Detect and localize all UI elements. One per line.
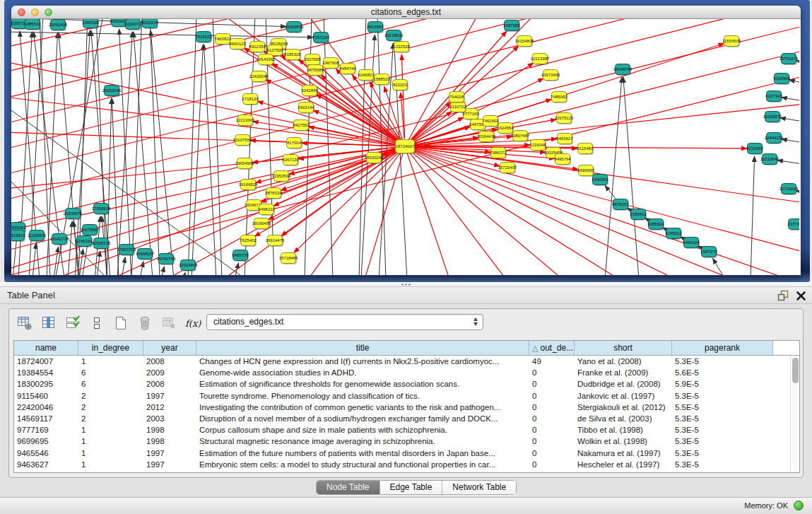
close-panel-icon[interactable] — [796, 291, 806, 301]
cell-year[interactable]: 2008 — [143, 378, 196, 390]
column-visibility-icon[interactable] — [39, 314, 58, 333]
column-header-name[interactable]: name — [14, 341, 78, 355]
network-node[interactable]: 12093872 — [763, 112, 782, 124]
network-node[interactable]: 9875685 — [307, 65, 324, 77]
memory-ok-indicator[interactable] — [794, 501, 804, 510]
network-node[interactable]: 10973493 — [541, 70, 560, 82]
cell-in_degree[interactable]: 1 — [78, 459, 143, 470]
citation-edge-black[interactable] — [68, 221, 72, 275]
create-column-icon[interactable] — [111, 314, 130, 333]
network-node[interactable]: 9465779 — [232, 250, 249, 262]
citation-edge-black[interactable] — [605, 185, 616, 198]
network-node[interactable]: 3913919 — [11, 230, 25, 243]
table-scrollbar[interactable] — [790, 356, 799, 473]
table-mode-icon[interactable] — [15, 314, 34, 333]
column-header-year[interactable]: year — [143, 341, 196, 355]
cell-name[interactable]: 9777169 — [14, 424, 78, 436]
citation-edge-black[interactable] — [789, 80, 799, 86]
citation-edge-black[interactable] — [140, 262, 143, 275]
rows-icon[interactable] — [87, 314, 106, 333]
network-node[interactable]: 7625402 — [240, 235, 257, 247]
cell-out_degree[interactable]: 0 — [529, 402, 575, 413]
cell-name[interactable]: 9463627 — [14, 459, 78, 470]
network-node[interactable]: 19218506 — [384, 30, 404, 42]
citation-edge-black[interactable] — [131, 19, 142, 275]
cell-name[interactable]: 9465546 — [14, 448, 78, 459]
cell-title[interactable]: Estimation of the future numbers of pati… — [196, 448, 529, 459]
citation-edge-black[interactable] — [54, 247, 58, 275]
network-node[interactable]: 12975125 — [555, 113, 574, 125]
network-node[interactable]: 7463822 — [214, 34, 231, 46]
network-node[interactable]: 1687273 — [700, 247, 717, 259]
citation-edge-red[interactable] — [413, 136, 512, 146]
citation-edge-red[interactable] — [405, 146, 506, 275]
cell-title[interactable]: Embryonic stem cells: a model to study s… — [196, 459, 529, 470]
citation-edge-black[interactable] — [780, 118, 799, 124]
cell-name[interactable]: 19384554 — [14, 367, 78, 378]
network-node[interactable]: 7986372 — [490, 148, 507, 160]
cell-title[interactable]: Disruption of a novel member of a sodium… — [196, 413, 529, 424]
network-node[interactable]: 12353594 — [272, 171, 291, 183]
network-node[interactable]: 11554509 — [722, 36, 741, 48]
network-node[interactable]: 19654985 — [235, 158, 254, 170]
network-node[interactable]: 17359928 — [92, 204, 111, 216]
table-row[interactable]: 2242004622012Investigating the contribut… — [14, 402, 799, 413]
cell-year[interactable]: 1998 — [143, 436, 196, 447]
network-node[interactable]: 9660123 — [229, 39, 246, 51]
table-row[interactable]: 1830029562008Estimation of significance … — [14, 378, 799, 390]
cell-title[interactable]: Corpus callosum shape and size in male p… — [196, 424, 529, 436]
citation-edge-black[interactable] — [751, 156, 755, 275]
cell-year[interactable]: 2003 — [143, 413, 196, 424]
citation-edge-black[interactable] — [188, 19, 196, 275]
network-node[interactable]: 9450124 — [683, 238, 700, 250]
cell-in_degree[interactable]: 1 — [78, 448, 143, 459]
table-scrollbar-thumb[interactable] — [792, 358, 799, 383]
network-node[interactable]: 794028 — [449, 92, 466, 104]
network-view-window[interactable]: citations_edges.txt 18724007746382296601… — [11, 6, 801, 276]
network-node[interactable]: 1377010 — [787, 219, 799, 231]
cell-in_degree[interactable]: 1 — [78, 436, 143, 447]
cell-out_degree[interactable]: 0 — [529, 367, 575, 378]
cell-short[interactable]: Stergiakouli et al. (2012) — [575, 402, 672, 413]
network-node[interactable]: 16958107 — [136, 249, 155, 261]
network-node[interactable]: 8454749 — [339, 64, 356, 76]
splitter-grip-icon[interactable] — [401, 284, 411, 286]
cell-name[interactable]: 22420046 — [14, 402, 78, 413]
cell-short[interactable]: Franke et al. (2009) — [575, 367, 672, 378]
network-node[interactable]: 20353346 — [102, 86, 122, 98]
network-node[interactable]: 19166829 — [239, 180, 258, 192]
cell-pagerank[interactable]: 5.3E-5 — [672, 424, 773, 436]
cell-out_degree[interactable]: 49 — [529, 356, 575, 367]
network-node[interactable]: 20364436 — [477, 132, 496, 144]
attribute-table[interactable]: namein_degreeyeartitle△out_de...shortpag… — [13, 340, 800, 473]
tab-network-table[interactable]: Network Table — [442, 481, 516, 494]
table-row[interactable]: 1456911722003Disruption of a novel membe… — [14, 413, 799, 424]
network-node[interactable]: 10107554 — [233, 135, 252, 147]
network-node[interactable]: 9150812 — [630, 209, 647, 221]
cell-pagerank[interactable]: 5.3E-5 — [672, 459, 773, 470]
table-row[interactable]: 1938455462009Genome-wide association stu… — [14, 367, 799, 378]
close-window-button[interactable] — [18, 8, 25, 16]
network-node[interactable]: 20691406 — [49, 20, 68, 32]
network-node[interactable]: 1055328 — [82, 19, 99, 29]
cell-name[interactable]: 9115460 — [14, 390, 78, 402]
cell-in_degree[interactable]: 2 — [78, 402, 143, 413]
network-node[interactable]: 12923468 — [179, 260, 198, 272]
cell-year[interactable]: 2009 — [143, 367, 196, 378]
cell-pagerank[interactable]: 5.3E-5 — [672, 356, 773, 367]
cell-in_degree[interactable]: 6 — [78, 367, 143, 378]
cell-out_degree[interactable]: 0 — [529, 436, 575, 447]
network-node[interactable]: 12444154 — [765, 133, 784, 145]
network-node[interactable]: 16099489 — [252, 218, 271, 230]
network-node[interactable]: 2718120 — [242, 94, 259, 106]
cell-pagerank[interactable]: 5.3E-5 — [672, 413, 773, 424]
network-node[interactable]: 8215955 — [746, 144, 763, 156]
network-node[interactable]: 9329966 — [773, 74, 790, 86]
citation-edge-red[interactable] — [411, 103, 451, 141]
network-node[interactable]: 9699695 — [577, 165, 594, 177]
network-node[interactable]: 20206576 — [64, 209, 83, 221]
network-node[interactable]: 1588520 — [373, 74, 390, 86]
tab-edge-table[interactable]: Edge Table — [380, 481, 443, 494]
cell-name[interactable]: 18724007 — [14, 356, 78, 367]
network-node[interactable]: 8679197 — [612, 199, 629, 211]
